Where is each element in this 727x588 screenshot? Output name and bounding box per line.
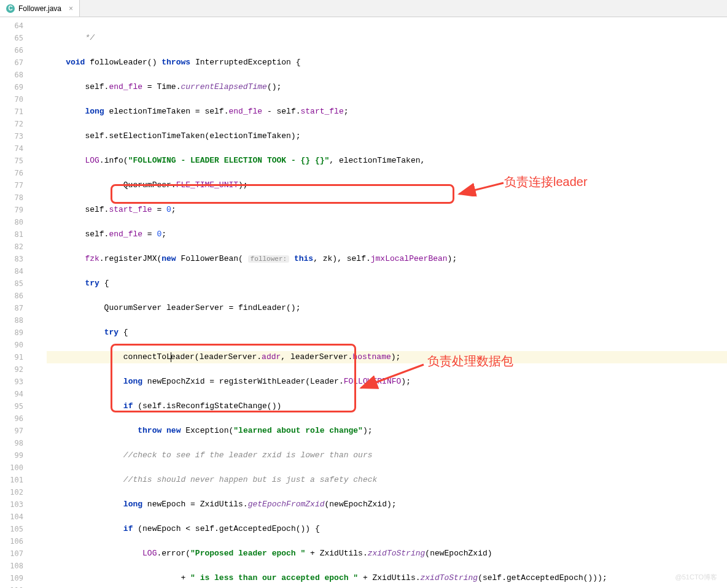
line-number: 108 <box>0 560 23 572</box>
line-number: 95 <box>0 400 23 412</box>
line-number: 102 <box>0 486 23 498</box>
line-number: 100 <box>0 462 23 474</box>
line-number: 93 <box>0 376 23 388</box>
line-number: 104 <box>0 511 23 523</box>
line-number: 70 <box>0 93 23 106</box>
line-number: 78 <box>0 191 23 204</box>
line-number: 97 <box>0 425 23 437</box>
editor: 6465666768697071727374757677787980818283… <box>0 17 727 588</box>
annotation-text-2: 负责处理数据包 <box>427 355 513 367</box>
line-number: 94 <box>0 388 23 400</box>
line-number: 110 <box>0 584 23 588</box>
line-number: 90 <box>0 339 23 351</box>
line-number: 65 <box>0 32 23 44</box>
line-number: 88 <box>0 314 23 327</box>
line-number: 85 <box>0 277 23 290</box>
line-number: 96 <box>0 412 23 425</box>
line-number: 83 <box>0 253 23 265</box>
line-number: 105 <box>0 523 23 535</box>
line-number: 87 <box>0 302 23 314</box>
line-number: 64 <box>0 20 23 32</box>
line-number: 67 <box>0 56 23 69</box>
line-number: 80 <box>0 216 23 228</box>
line-number: 84 <box>0 265 23 277</box>
annotation-text-1: 负责连接leader <box>504 176 588 188</box>
line-number: 91 <box>0 351 23 363</box>
line-number: 86 <box>0 290 23 302</box>
fold-column <box>31 17 47 588</box>
line-number: 66 <box>0 44 23 56</box>
line-number: 77 <box>0 179 23 191</box>
line-number: 103 <box>0 498 23 511</box>
line-number: 75 <box>0 155 23 167</box>
line-number: 72 <box>0 118 23 130</box>
line-number: 74 <box>0 142 23 155</box>
code-area[interactable]: */ void followLeader() throws Interrupte… <box>47 17 727 588</box>
line-number: 81 <box>0 228 23 241</box>
line-number: 99 <box>0 449 23 462</box>
line-number: 69 <box>0 81 23 93</box>
close-icon[interactable]: × <box>69 4 73 13</box>
line-number: 76 <box>0 167 23 179</box>
line-number: 107 <box>0 547 23 560</box>
class-icon: C <box>6 4 15 13</box>
line-number: 109 <box>0 572 23 584</box>
line-number: 73 <box>0 130 23 142</box>
line-number: 98 <box>0 437 23 449</box>
line-number: 68 <box>0 69 23 81</box>
tab-bar: C Follower.java × <box>0 0 727 17</box>
line-number: 92 <box>0 363 23 376</box>
line-number: 79 <box>0 204 23 216</box>
current-line: connectToLeader(leaderServer.addr, leade… <box>47 351 727 363</box>
line-number: 82 <box>0 241 23 253</box>
watermark: @51CTO博客 <box>675 573 717 582</box>
line-number: 89 <box>0 327 23 339</box>
line-number: 101 <box>0 474 23 486</box>
line-number: 106 <box>0 535 23 547</box>
file-tab[interactable]: C Follower.java × <box>0 0 80 17</box>
tab-filename: Follower.java <box>18 4 61 13</box>
line-number: 71 <box>0 106 23 118</box>
line-gutter: 6465666768697071727374757677787980818283… <box>0 17 31 588</box>
